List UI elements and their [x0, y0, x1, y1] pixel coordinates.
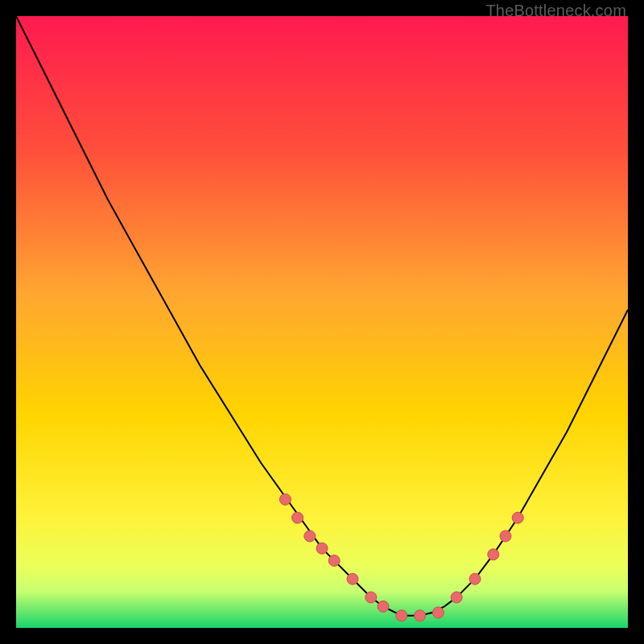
- marker-point: [292, 512, 303, 523]
- marker-point: [347, 573, 358, 584]
- marker-point: [328, 555, 340, 566]
- marker-point: [451, 592, 462, 603]
- marker-point: [396, 610, 407, 621]
- marker-point: [512, 512, 523, 523]
- marker-point: [415, 610, 426, 621]
- bottleneck-chart: [16, 16, 628, 628]
- gradient-background: [16, 16, 628, 628]
- marker-point: [304, 530, 316, 542]
- watermark-text: TheBottleneck.com: [485, 2, 626, 20]
- marker-point: [500, 530, 511, 542]
- chart-frame: [16, 16, 628, 628]
- marker-point: [432, 607, 444, 618]
- marker-point: [378, 601, 389, 612]
- marker-point: [488, 549, 499, 560]
- marker-point: [279, 493, 291, 505]
- marker-point: [365, 592, 377, 603]
- marker-point: [316, 543, 328, 554]
- marker-point: [469, 573, 481, 584]
